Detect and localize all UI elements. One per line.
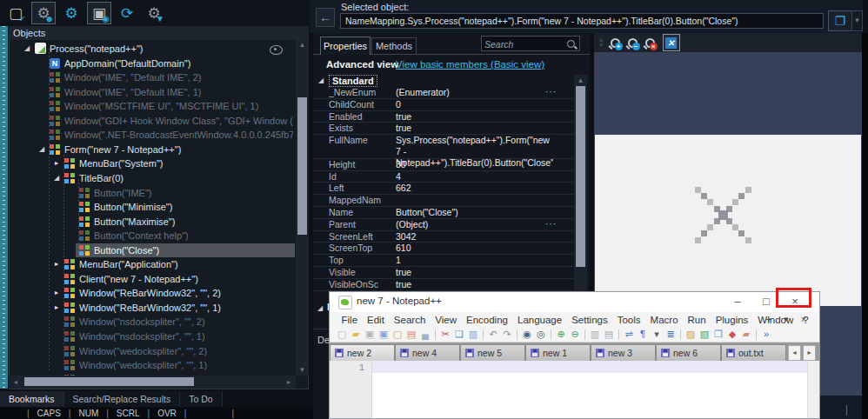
paste-icon[interactable]: ▥: [466, 328, 480, 341]
expander-closed-icon[interactable]: ▸: [52, 257, 61, 271]
refresh-icon[interactable]: ⟳: [116, 3, 138, 23]
group-expander-icon[interactable]: ◢: [318, 76, 324, 84]
visible-eye-icon[interactable]: [270, 45, 283, 55]
zoom-out-icon[interactable]: ⊖: [568, 328, 582, 341]
expander-closed-icon[interactable]: ▸: [52, 156, 61, 170]
indent-guide-icon[interactable]: ≣: [664, 328, 678, 341]
property-row[interactable]: Left662: [313, 183, 574, 195]
minimize-button[interactable]: –: [724, 292, 751, 312]
tab-list-button[interactable]: ▼: [778, 312, 795, 327]
tree-scrollbar-thumb[interactable]: [24, 377, 194, 386]
replace-icon[interactable]: ◎: [534, 328, 548, 341]
tree-item[interactable]: Window("nsdockspliter", "", 1): [9, 329, 295, 343]
tree-item[interactable]: Button("Context help"): [9, 229, 295, 243]
sync-scroll-h-icon[interactable]: ▤: [602, 328, 616, 341]
tree-item[interactable]: Window("MSCTFIME UI", "MSCTFIME UI", 1): [9, 99, 295, 113]
settings-gear-icon[interactable]: ⚙: [60, 3, 83, 23]
doc-tab-new-1[interactable]: new 1: [525, 344, 591, 361]
menu-settings[interactable]: Settings: [567, 315, 613, 325]
save-all-icon[interactable]: ▣: [377, 328, 391, 341]
tree-item[interactable]: Window("wedockspliter", "", 2): [9, 344, 295, 358]
tree-item[interactable]: Window("wedockspliter", "", 1): [9, 358, 295, 372]
save-file-icon[interactable]: ▣: [363, 328, 377, 341]
property-row[interactable]: Top1: [313, 255, 574, 267]
property-row[interactable]: FullNameSys.Process("notepad++").Form("n…: [313, 135, 574, 159]
zoom-out-icon[interactable]: −: [628, 38, 638, 48]
tree-item[interactable]: Button("Maximise"): [9, 215, 295, 229]
basic-view-link[interactable]: View basic members (Basic view): [396, 59, 544, 70]
tree-item[interactable]: Window("IME", "Default IME", 2): [9, 70, 295, 84]
vertical-tab-strip[interactable]: [0, 26, 8, 389]
doc-tab-new-4[interactable]: new 4: [395, 344, 460, 361]
property-row[interactable]: VisibleOnSctrue: [313, 279, 574, 291]
scroll-left-arrow-icon[interactable]: ◂: [10, 378, 21, 387]
tree-item[interactable]: ▸MenuBar("Application"): [9, 257, 295, 271]
function-list-icon[interactable]: ▨: [684, 328, 698, 341]
tree-item[interactable]: Window("GDI+ Hook Window Class", "GDI+ W…: [9, 114, 295, 128]
property-row[interactable]: Parent(Object)···: [313, 219, 574, 231]
editor-scrollbar[interactable]: [807, 361, 819, 418]
doc-switcher-icon[interactable]: ❐: [711, 328, 725, 341]
tab-scroll-left-icon[interactable]: ◂: [788, 345, 801, 361]
property-row[interactable]: ScreenTop610: [313, 243, 574, 255]
menu-search[interactable]: Search: [389, 315, 430, 325]
close-all-icon[interactable]: ▤: [404, 328, 418, 341]
doc-tab-out-txt[interactable]: out.txt: [721, 344, 786, 361]
clipped-group-header[interactable]: ◢ E: [313, 302, 329, 314]
property-row[interactable]: Enabledtrue: [313, 111, 574, 123]
zoom-in-icon[interactable]: ⊕: [554, 328, 568, 341]
property-row[interactable]: NameButton("Close"): [313, 207, 574, 219]
property-row[interactable]: _NewEnum(Enumerator)···: [313, 87, 574, 99]
tree-item[interactable]: ◢Process("notepad++"): [9, 42, 295, 56]
tree-item[interactable]: Window("nsdockspliter", "", 2): [9, 315, 295, 329]
fit-to-window-icon[interactable]: ✕: [663, 34, 680, 51]
notepad-editor[interactable]: 1: [330, 361, 819, 418]
copy-path-button[interactable]: ❐: [828, 10, 852, 31]
spy-object-icon[interactable]: ⚙☻: [31, 2, 56, 24]
ellipsis-button[interactable]: ···: [545, 219, 557, 229]
tree-scrollbar-thumb[interactable]: [297, 97, 307, 235]
tab-properties[interactable]: Properties: [320, 37, 371, 55]
tree-item[interactable]: ◢TitleBar(0): [9, 171, 295, 185]
menu-macro[interactable]: Macro: [645, 315, 683, 325]
find-icon[interactable]: ◉: [520, 328, 534, 341]
property-row[interactable]: Height30: [313, 159, 574, 171]
menu-file[interactable]: File: [337, 315, 363, 325]
expander-open-icon[interactable]: ◢: [23, 42, 31, 56]
highlight-object-icon[interactable]: ▣◉: [87, 2, 111, 24]
cut-icon[interactable]: ✂: [438, 328, 452, 341]
tree-item[interactable]: ▸MenuBar("System"): [9, 156, 295, 170]
redo-icon[interactable]: ↷: [500, 328, 514, 341]
new-tab-button[interactable]: +: [760, 312, 778, 327]
doc-map-icon[interactable]: ▧: [698, 328, 711, 341]
symbols-dropdown-icon[interactable]: ▾: [650, 328, 664, 341]
panel-tab-search-replace-results[interactable]: Search/Replace Results: [64, 391, 181, 407]
notepad-titlebar[interactable]: new 7 - Notepad++ –□×: [330, 292, 819, 312]
doc-tab-new-3[interactable]: new 3: [591, 344, 656, 361]
close-file-icon[interactable]: ▢: [391, 328, 404, 341]
toolbar-overflow-icon[interactable]: »: [759, 328, 773, 341]
search-input[interactable]: [483, 37, 570, 51]
selected-object-input[interactable]: [340, 13, 824, 29]
tree-item[interactable]: Button("Close"): [9, 243, 295, 257]
scroll-down-arrow-icon[interactable]: ▼: [296, 366, 309, 375]
tree-item[interactable]: NAppDomain("DefaultDomain"): [9, 57, 295, 70]
tab-methods[interactable]: Methods: [371, 37, 417, 55]
tree-item[interactable]: Window("IME", "Default IME", 1): [9, 85, 295, 99]
copy-icon[interactable]: ❏: [452, 328, 466, 341]
panel-tab-to-do[interactable]: To Do: [180, 391, 222, 407]
sync-scroll-v-icon[interactable]: ▥: [588, 328, 602, 341]
new-file-icon[interactable]: ▢: [335, 328, 349, 341]
scroll-up-arrow-icon[interactable]: ▲: [574, 76, 587, 85]
print-icon[interactable]: ▄: [418, 328, 432, 341]
expander-closed-icon[interactable]: ▸: [52, 301, 61, 315]
ellipsis-button[interactable]: ···: [545, 87, 557, 97]
menu-encoding[interactable]: Encoding: [462, 315, 513, 325]
tree-item[interactable]: Client("new 7 - Notepad++"): [9, 272, 295, 286]
property-row[interactable]: MappedNam: [313, 195, 574, 207]
expander-open-icon[interactable]: ◢: [37, 143, 46, 156]
tab-scroll-right-icon[interactable]: ▸: [803, 345, 816, 361]
undo-icon[interactable]: ↶: [486, 328, 500, 341]
expander-open-icon[interactable]: ◢: [52, 171, 61, 185]
tree-item[interactable]: Button("Minimise"): [9, 200, 295, 214]
